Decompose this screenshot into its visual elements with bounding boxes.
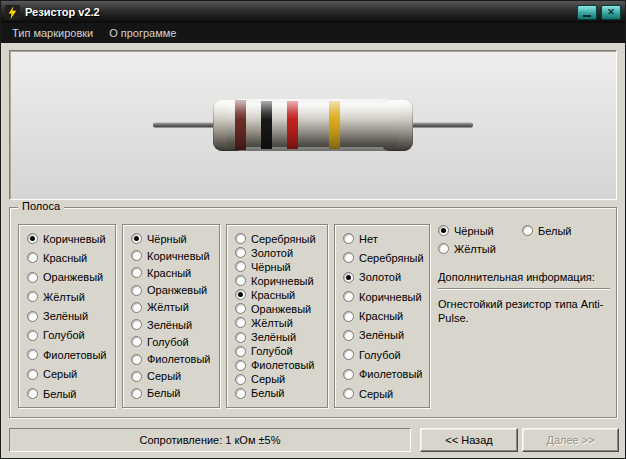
minimize-icon — [583, 15, 591, 17]
radio-button-icon — [343, 272, 354, 283]
resistor-color-band — [287, 101, 298, 149]
radio-button-icon — [131, 336, 142, 347]
resistance-panel: Сопротивление: 1 кОм ±5% — [9, 428, 411, 452]
radio-option[interactable]: Серый — [235, 373, 325, 386]
radio-option[interactable]: Чёрный — [131, 232, 217, 245]
window-title: Резистор v2.2 — [25, 6, 577, 18]
resistor-color-band — [329, 101, 340, 149]
radio-option[interactable]: Красный — [235, 288, 325, 301]
radio-option[interactable]: Фиолетовый — [27, 348, 113, 361]
radio-button-icon — [131, 233, 142, 244]
radio-button-icon — [235, 346, 246, 357]
radio-button-icon — [131, 371, 142, 382]
separator — [438, 288, 610, 290]
radio-button-icon — [235, 317, 246, 328]
radio-option[interactable]: Серый — [27, 368, 113, 381]
radio-option[interactable]: Жёлтый — [438, 242, 522, 255]
radio-option[interactable]: Коричневый — [27, 232, 113, 245]
info-label: Дополнительная информация: — [438, 271, 610, 283]
menu-about[interactable]: О программе — [101, 25, 184, 41]
menubar: Тип маркировки О программе — [1, 23, 625, 43]
radio-option[interactable]: Жёлтый — [235, 316, 325, 329]
radio-button-icon — [343, 330, 354, 341]
radio-option[interactable]: Белый — [522, 224, 610, 237]
resistor-image — [9, 50, 617, 200]
radio-option[interactable]: Коричневый — [235, 274, 325, 287]
radio-option[interactable]: Зелёный — [27, 310, 113, 323]
radio-option[interactable]: Фиолетовый — [131, 353, 217, 366]
radio-button-icon — [235, 247, 246, 258]
next-button[interactable]: Далее >> — [522, 428, 619, 452]
radio-option[interactable]: Зелёный — [235, 331, 325, 344]
titlebar: Резистор v2.2 ✕ — [1, 1, 625, 23]
radio-button-icon — [131, 267, 142, 278]
band-groupbox: Полоса Коричневый Красный Оранжевый — [9, 207, 617, 418]
resistor-bands — [213, 99, 413, 151]
radio-button-icon — [235, 261, 246, 272]
radio-option[interactable]: Голубой — [131, 335, 217, 348]
radio-button-icon — [438, 225, 449, 236]
radio-option[interactable]: Фиолетовый — [235, 359, 325, 372]
groupbox-title: Полоса — [18, 200, 64, 212]
extra-panel: Чёрный Белый Жёлтый Дополнительная инфор… — [438, 224, 610, 325]
radio-option[interactable]: Белый — [131, 387, 217, 400]
radio-option[interactable]: Белый — [235, 387, 325, 400]
radio-option[interactable]: Голубой — [235, 345, 325, 358]
radio-option[interactable]: Голубой — [343, 348, 427, 361]
radio-option[interactable]: Жёлтый — [131, 301, 217, 314]
radio-button-icon — [343, 291, 354, 302]
radio-button-icon — [131, 388, 142, 399]
band2-options: Чёрный Коричневый Красный Оранжевый — [122, 224, 220, 408]
radio-option[interactable]: Серебряный — [235, 232, 325, 245]
resistor-color-band — [235, 100, 246, 150]
radio-button-icon — [27, 272, 38, 283]
radio-option[interactable]: Серебряный — [343, 251, 427, 264]
radio-button-icon — [27, 252, 38, 263]
info-text: Огнестойкий резистор типа Anti-Pulse. — [438, 297, 606, 325]
radio-button-icon — [27, 311, 38, 322]
radio-button-icon — [131, 250, 142, 261]
radio-button-icon — [131, 302, 142, 313]
band1-options: Коричневый Красный Оранжевый Жёлтый — [18, 224, 116, 408]
radio-option[interactable]: Серый — [343, 387, 427, 400]
radio-option[interactable]: Серый — [131, 370, 217, 383]
radio-option[interactable]: Красный — [131, 266, 217, 279]
band3-options: Серебряный Золотой Чёрный Коричневый — [226, 224, 328, 408]
radio-button-icon — [235, 388, 246, 399]
radio-button-icon — [27, 330, 38, 341]
radio-option[interactable]: Коричневый — [131, 249, 217, 262]
resistance-value: Сопротивление: 1 кОм ±5% — [140, 434, 281, 446]
close-button[interactable]: ✕ — [601, 5, 621, 20]
radio-option[interactable]: Фиолетовый — [343, 368, 427, 381]
radio-option[interactable]: Красный — [27, 251, 113, 264]
radio-option[interactable]: Золотой — [235, 246, 325, 259]
radio-option[interactable]: Зелёный — [343, 329, 427, 342]
radio-option[interactable]: Нет — [343, 232, 427, 245]
radio-button-icon — [343, 311, 354, 322]
radio-button-icon — [235, 233, 246, 244]
radio-option[interactable]: Оранжевый — [235, 302, 325, 315]
radio-option[interactable]: Золотой — [343, 271, 427, 284]
radio-option[interactable]: Оранжевый — [27, 271, 113, 284]
radio-button-icon — [131, 285, 142, 296]
radio-option[interactable]: Жёлтый — [27, 290, 113, 303]
radio-option[interactable]: Красный — [343, 310, 427, 323]
radio-option[interactable]: Голубой — [27, 329, 113, 342]
radio-option[interactable]: Белый — [27, 387, 113, 400]
resistor-color-band — [261, 101, 272, 149]
radio-option[interactable]: Зелёный — [131, 318, 217, 331]
back-button[interactable]: << Назад — [420, 428, 518, 452]
minimize-button[interactable] — [577, 5, 597, 20]
app-window: Резистор v2.2 ✕ Тип маркировки О програм… — [0, 0, 626, 459]
radio-button-icon — [27, 233, 38, 244]
radio-button-icon — [343, 369, 354, 380]
radio-option[interactable]: Чёрный — [438, 224, 522, 237]
band4-options: Нет Серебряный Золотой Коричневый — [334, 224, 430, 408]
radio-button-icon — [235, 332, 246, 343]
radio-button-icon — [235, 289, 246, 300]
radio-option[interactable]: Чёрный — [235, 260, 325, 273]
radio-option[interactable]: Оранжевый — [131, 284, 217, 297]
radio-option[interactable]: Коричневый — [343, 290, 427, 303]
menu-marking-type[interactable]: Тип маркировки — [4, 25, 101, 41]
radio-button-icon — [343, 252, 354, 263]
